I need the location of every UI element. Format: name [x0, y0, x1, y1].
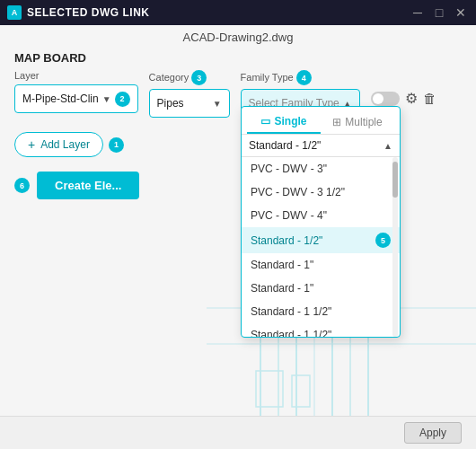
family-type-dropdown: ▭ Single ⊞ Multiple Standard - 1/2" ▲	[241, 106, 401, 338]
dropdown-selected-row: Standard - 1/2" ▲	[242, 135, 400, 157]
single-tab-icon: ▭	[260, 115, 270, 128]
window-controls: ─ □ ✕	[410, 4, 469, 21]
add-layer-label: Add Layer	[40, 138, 90, 151]
svg-rect-10	[292, 375, 310, 407]
list-item[interactable]: Standard - 1"	[242, 253, 400, 277]
trash-icon[interactable]: 🗑	[423, 91, 436, 106]
plus-icon: +	[28, 137, 35, 152]
create-element-button[interactable]: Create Ele...	[37, 172, 139, 199]
dropdown-up-arrow: ▲	[383, 141, 392, 151]
list-item[interactable]: Standard - 1 1/2"	[242, 323, 400, 337]
layer-badge: 2	[115, 92, 130, 107]
category-select[interactable]: Pipes ▼	[149, 89, 230, 118]
layer-label: Layer	[14, 70, 138, 81]
category-value: Pipes	[157, 97, 209, 110]
list-item[interactable]: PVC - DWV - 3"	[242, 157, 400, 180]
list-item[interactable]: PVC - DWV - 4"	[242, 204, 400, 227]
close-button[interactable]: ✕	[453, 4, 469, 21]
dropdown-selected-value: Standard - 1/2"	[249, 139, 321, 152]
category-chevron-icon: ▼	[213, 99, 222, 109]
toggle-switch[interactable]	[371, 92, 400, 106]
add-layer-button[interactable]: + Add Layer	[14, 132, 103, 157]
tab-multiple[interactable]: ⊞ Multiple	[321, 110, 394, 134]
row-actions: ⚙ 🗑	[371, 90, 436, 107]
tab-single[interactable]: ▭ Single	[247, 110, 321, 134]
layer-chevron-icon: ▼	[102, 94, 111, 104]
filename: ACAD-Drawing2.dwg	[183, 31, 294, 44]
list-item[interactable]: PVC - DWV - 3 1/2"	[242, 180, 400, 204]
scrollbar[interactable]	[392, 157, 398, 337]
filename-row: ACAD-Drawing2.dwg	[0, 25, 476, 48]
dropdown-tabs: ▭ Single ⊞ Multiple	[242, 107, 400, 135]
title-bar: A SELECTED DWG LINK ─ □ ✕	[0, 0, 476, 25]
category-group: Category 3 Pipes ▼	[149, 70, 230, 118]
create-badge: 6	[14, 178, 30, 193]
main-window: ACAD-Drawing2.dwg MAP BOARD Layer M-Pipe…	[0, 25, 476, 449]
multiple-tab-icon: ⊞	[332, 116, 341, 128]
category-label: Category 3	[149, 70, 230, 85]
gear-icon[interactable]: ⚙	[405, 90, 418, 107]
family-type-label: Family Type 4	[241, 70, 360, 85]
section-title: MAP BOARD	[0, 48, 476, 66]
list-item-highlighted[interactable]: Standard - 1/2" 5	[242, 227, 400, 253]
window-title: SELECTED DWG LINK	[27, 6, 150, 19]
item-badge: 5	[375, 233, 391, 248]
family-type-badge: 4	[296, 70, 312, 85]
title-bar-left: A SELECTED DWG LINK	[7, 5, 150, 20]
minimize-button[interactable]: ─	[410, 4, 426, 21]
category-badge: 3	[191, 70, 207, 85]
apply-button[interactable]: Apply	[404, 422, 462, 444]
apply-row: Apply	[0, 416, 476, 449]
controls-row: Layer M-Pipe-Std-Clin ▼ 2 Category 3 Pip…	[0, 66, 476, 125]
list-item[interactable]: Standard - 1 1/2"	[242, 300, 400, 323]
add-layer-badge: 1	[109, 137, 124, 153]
maximize-button[interactable]: □	[431, 4, 447, 21]
layer-select[interactable]: M-Pipe-Std-Clin ▼ 2	[14, 84, 138, 113]
scrollbar-thumb	[392, 162, 398, 198]
app-icon: A	[7, 5, 22, 20]
list-item[interactable]: Standard - 1"	[242, 277, 400, 300]
dropdown-list[interactable]: PVC - DWV - 3" PVC - DWV - 3 1/2" PVC - …	[242, 157, 400, 337]
layer-value: M-Pipe-Std-Clin	[22, 92, 99, 105]
layer-group: Layer M-Pipe-Std-Clin ▼ 2	[14, 70, 138, 113]
bottom-area: + Add Layer 1 6	[0, 125, 476, 416]
